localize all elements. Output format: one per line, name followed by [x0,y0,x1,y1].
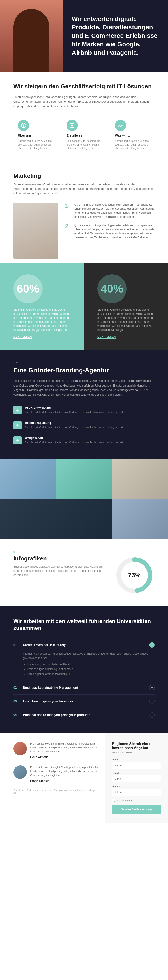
stat-desc-2: Sie hat ihr Gewicht beigelegt, um die Be… [98,308,155,332]
avatar-1 [13,742,27,755]
feature-2: ◈ Datenbankplanung Sample text. Click to… [13,418,155,433]
acc-num-1: 01 [13,643,20,647]
founder-label: Um [13,361,155,364]
feature-title-1: UI/UX-Entwicklung [25,406,123,409]
acc-toggle-3[interactable]: + [149,698,155,704]
card-2-title: Erstelle es [67,134,102,137]
testimonials-footer: Sample text. Click to select the text bo… [13,789,98,794]
accordion-header-3[interactable]: 03 Learn how to grow your business + [13,695,155,708]
form-checkbox-label: Ich stimme zu [117,799,132,802]
acc-title-2: Business Sustainability Management [23,686,78,689]
mehr-lesen-1[interactable]: MEHR LESEN [13,335,32,339]
photo-cell-4 [0,499,112,539]
photo-cell-5 [112,499,168,539]
photo-1 [0,459,56,499]
marketing-image-inner [13,203,58,259]
feature-title-3: Weltgeschäft [25,436,123,440]
testimonial-content-2: Proin est libero velit feugiat Blandit, … [30,765,98,783]
acc-title-3: Learn how to grow your business [23,700,73,703]
step-1-num: 1 [65,203,72,209]
testimonial-text-2: Proin est libero velit feugiat Blandit, … [30,765,98,777]
form-label-email: E-Mail [112,772,161,774]
it-heading: Wir steigern den Geschäftserfolg mit IT-… [13,83,155,90]
photo-cell-3 [112,459,168,499]
accordion-header-1[interactable]: 01 Create a Webinar in Minutely − [13,638,155,652]
universities-heading: Wir arbeiten mit den weltweit führenden … [13,618,155,632]
form-checkbox: Ich stimme zu [112,799,161,802]
stat-circle-2: 40% [98,274,126,303]
photo-cell-1 [0,459,56,499]
form-field-name: Name [112,758,161,769]
card-2-text: Sample text. Click to select the text bo… [67,139,102,150]
form-subtitle: Wir sind für Sie da [112,751,161,754]
form-field-email: E-Mail [112,772,161,783]
accordion-header-2[interactable]: 02 Business Sustainability Management + [13,681,155,694]
infographics-section: 01 Infografiken Suspendisse ultrices gra… [0,539,168,606]
world-icon: ◈ [16,438,19,442]
step-2-num: 2 [65,223,72,229]
testimonials-section: Proin est libero velit felis Blandit, po… [0,733,105,822]
feature-1: ◈ UI/UX-Entwicklung Sample text. Click t… [13,402,155,417]
acc-list-item-1-1: Boitex sunt, und durch dein entflutet [27,662,155,667]
info-chart: 73% [114,550,155,595]
hero-title: Wir entwerfen digitale Produkte, Dienstl… [72,15,159,57]
accordion-header-left-4: 04 Practical tips to help you price your… [13,713,90,717]
accordion-item-1: 01 Create a Webinar in Minutely − Interd… [13,638,155,681]
photo-2 [56,459,112,499]
hero-image [0,0,63,72]
acc-num-2: 02 [13,686,20,689]
card-3: Was wir tun Sample text. Click to select… [110,115,155,155]
info-icon: i [18,120,29,131]
acc-title-1: Create a Webinar in Minutely [23,643,66,647]
accordion-header-4[interactable]: 04 Practical tips to help you price your… [13,708,155,722]
marketing-section: Marketing Bu zu einem gewissen Grad ist … [0,166,168,198]
feature-text-2: Datenbankplanung Sample text. Click to s… [25,421,123,429]
db-icon: ◈ [16,423,19,427]
feature-title-2: Datenbankplanung [25,421,123,425]
stats-row: 60% Sie hat ihr Gewicht beigelegt, um di… [0,263,168,350]
founder-section: Um Eine Gründer-Branding-Agentur Die tec… [0,350,168,459]
acc-list-item-1-3: Brandis ipsum lorem in felis tristique [27,672,155,677]
card-3-title: Was wir tun [115,134,150,137]
hero-text-area: Wir entwerfen digitale Produkte, Dienstl… [63,0,168,72]
info-label: 01 [13,550,107,553]
feature-text-1: UI/UX-Entwicklung Sample text. Click to … [25,406,123,414]
testimonial-2: Proin est libero velit feugiat Blandit, … [13,765,98,783]
step-1: 1 Quick kann auch kluge Gepflogenheiten … [65,203,155,219]
accordion-item-4: 04 Practical tips to help you price your… [13,708,155,722]
stat-block-1: 60% Sie hat ihr Gewicht beigelegt, um di… [0,263,84,350]
uiux-icon: ◈ [16,408,19,412]
form-input-name[interactable] [112,762,161,769]
testimonial-text-1: Proin est libero velit felis Blandit, po… [30,742,98,754]
testimonial-1: Proin est libero velit felis Blandit, po… [13,742,98,759]
marketing-heading: Marketing [13,173,155,180]
create-icon [67,120,78,131]
svg-text:i: i [23,124,24,127]
card-3-text: Sample text. Click to select the text bo… [115,139,150,150]
submit-button[interactable]: Senden Sie Ihre Anfrage [112,805,161,814]
form-label-name: Name [112,758,161,761]
acc-toggle-4[interactable]: + [149,712,155,718]
form-checkbox-input[interactable] [112,799,115,802]
acc-toggle-1[interactable]: − [149,642,155,648]
founder-heading: Eine Gründer-Branding-Agentur [13,366,155,374]
mehr-lesen-2[interactable]: MEHR LESEN [98,335,116,339]
stat-block-2: 40% Sie hat ihr Gewicht beigelegt, um di… [84,263,168,350]
cards-row: i Über uns Sample text. Click to select … [13,115,155,155]
bottom-section: Proin est libero velit felis Blandit, po… [0,733,168,822]
photo-grid [0,459,168,539]
photo-4 [0,499,112,539]
feature-icon-3: ◈ [13,436,21,444]
marketing-content: 1 Quick kann auch kluge Gepflogenheiten … [0,198,168,263]
step-2: 2 Quick kann auch kluge Gepflogenheiten … [65,223,155,239]
acc-toggle-2[interactable]: + [149,685,155,690]
form-heading: Beginnen Sie mit einem kostenlosen Angeb… [112,742,161,750]
universities-section: Wir arbeiten mit den weltweit führenden … [0,606,168,733]
accordion-body-1: Interdum velit accumsan id pellentesque … [13,652,155,681]
form-input-phone[interactable] [112,789,161,796]
feature-text-3: Weltgeschäft Sample text. Click to selec… [25,436,123,444]
accordion-header-left-1: 01 Create a Webinar in Minutely [13,643,66,647]
stat-desc-1: Sie hat ihr Gewicht beigelegt, um die Be… [13,308,70,332]
form-input-email[interactable] [112,775,161,783]
info-text: 01 Infografiken Suspendisse ultrices gra… [13,550,107,578]
